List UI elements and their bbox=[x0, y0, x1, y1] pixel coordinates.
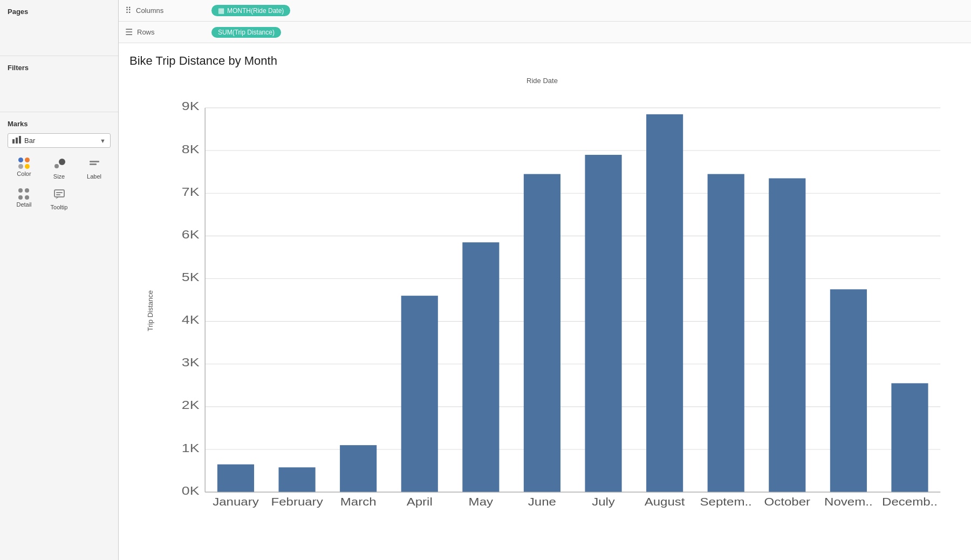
marks-type-dropdown[interactable]: Bar ▼ bbox=[8, 133, 111, 148]
marks-color-item[interactable]: Color bbox=[8, 155, 40, 182]
marks-detail-item[interactable]: Detail bbox=[8, 186, 40, 213]
svg-text:Septem..: Septem.. bbox=[700, 496, 752, 508]
columns-shelf: ⠿ Columns ▦ MONTH(Ride Date) bbox=[119, 0, 971, 22]
svg-rect-5 bbox=[90, 161, 99, 162]
marks-label-item[interactable]: Label bbox=[78, 155, 111, 182]
svg-text:August: August bbox=[645, 496, 686, 508]
svg-text:June: June bbox=[528, 496, 556, 508]
bar-chart-svg: 0K1K2K3K4K5K6K7K8K9KJanuaryFebruaryMarch… bbox=[162, 90, 955, 529]
columns-pill[interactable]: ▦ MONTH(Ride Date) bbox=[211, 5, 290, 16]
filters-section: Filters bbox=[0, 56, 118, 112]
marks-type-label: Bar bbox=[24, 136, 100, 145]
y-axis-title: Trip Distance bbox=[146, 290, 154, 331]
svg-text:October: October bbox=[764, 496, 811, 508]
svg-rect-0 bbox=[12, 139, 15, 144]
filters-body bbox=[8, 75, 111, 107]
chart-title: Bike Trip Distance by Month bbox=[129, 54, 955, 68]
svg-rect-41 bbox=[524, 174, 560, 493]
svg-point-3 bbox=[54, 164, 59, 168]
chart-container: Ride Date Trip Distance 0K1K2K3K4K5K6K7K… bbox=[129, 77, 955, 545]
svg-rect-51 bbox=[830, 289, 867, 492]
svg-rect-49 bbox=[769, 178, 805, 492]
marks-label: Marks bbox=[8, 120, 111, 128]
svg-rect-37 bbox=[401, 296, 438, 492]
svg-text:April: April bbox=[407, 496, 433, 508]
size-icon bbox=[53, 158, 65, 172]
svg-rect-53 bbox=[891, 383, 928, 492]
bar-chart-icon bbox=[12, 136, 21, 145]
marks-grid: Color Size bbox=[8, 155, 111, 213]
detail-icon bbox=[18, 188, 30, 200]
size-label: Size bbox=[53, 173, 65, 180]
columns-icon: ⠿ bbox=[125, 5, 132, 16]
marks-size-item[interactable]: Size bbox=[43, 155, 76, 182]
rows-shelf-label: ☰ Rows bbox=[125, 27, 211, 37]
pages-section: Pages bbox=[0, 0, 118, 56]
svg-rect-43 bbox=[585, 155, 621, 492]
svg-text:1K: 1K bbox=[182, 441, 200, 454]
svg-text:8K: 8K bbox=[182, 142, 200, 155]
rows-shelf: ☰ Rows SUM(Trip Distance) bbox=[119, 22, 971, 43]
columns-shelf-label: ⠿ Columns bbox=[125, 5, 211, 16]
svg-rect-9 bbox=[56, 192, 63, 193]
sidebar: Pages Filters Marks Bar ▼ bbox=[0, 0, 119, 560]
svg-rect-33 bbox=[278, 467, 315, 492]
label-icon bbox=[88, 158, 100, 172]
pages-body bbox=[8, 19, 111, 51]
pages-label: Pages bbox=[8, 8, 111, 16]
rows-pill[interactable]: SUM(Trip Distance) bbox=[211, 27, 281, 38]
columns-pill-icon: ▦ bbox=[218, 6, 224, 15]
marks-tooltip-item[interactable]: Tooltip bbox=[43, 186, 76, 213]
tooltip-label: Tooltip bbox=[51, 204, 68, 210]
marks-section: Marks Bar ▼ bbox=[0, 112, 118, 226]
detail-label: Detail bbox=[16, 201, 31, 208]
color-icon bbox=[18, 158, 30, 169]
dropdown-arrow-icon: ▼ bbox=[100, 138, 106, 144]
svg-rect-2 bbox=[19, 136, 21, 144]
svg-text:2K: 2K bbox=[182, 398, 200, 412]
svg-text:Decemb..: Decemb.. bbox=[882, 496, 938, 508]
x-axis-title: Ride Date bbox=[526, 77, 558, 85]
svg-text:4K: 4K bbox=[182, 313, 200, 326]
main-content: ⠿ Columns ▦ MONTH(Ride Date) ☰ Rows SUM(… bbox=[119, 0, 971, 560]
svg-text:Novem..: Novem.. bbox=[824, 496, 873, 508]
svg-rect-31 bbox=[217, 465, 254, 492]
filters-label: Filters bbox=[8, 64, 111, 72]
svg-rect-6 bbox=[90, 163, 97, 165]
chart-svg-wrapper: 0K1K2K3K4K5K6K7K8K9KJanuaryFebruaryMarch… bbox=[162, 90, 955, 529]
tooltip-icon bbox=[53, 188, 65, 203]
svg-rect-7 bbox=[54, 190, 64, 197]
svg-rect-39 bbox=[462, 242, 499, 492]
svg-rect-10 bbox=[56, 194, 60, 195]
svg-text:6K: 6K bbox=[182, 228, 200, 241]
svg-rect-47 bbox=[708, 174, 744, 493]
chart-area: Bike Trip Distance by Month Ride Date Tr… bbox=[119, 43, 971, 560]
svg-rect-1 bbox=[16, 138, 18, 144]
color-label: Color bbox=[17, 170, 31, 177]
svg-text:May: May bbox=[469, 496, 494, 508]
svg-text:9K: 9K bbox=[182, 99, 200, 113]
svg-text:0K: 0K bbox=[182, 484, 200, 497]
svg-text:March: March bbox=[340, 496, 377, 508]
rows-icon: ☰ bbox=[125, 27, 133, 37]
svg-rect-35 bbox=[340, 445, 377, 492]
svg-text:3K: 3K bbox=[182, 356, 200, 369]
svg-text:July: July bbox=[592, 496, 616, 508]
svg-rect-45 bbox=[646, 114, 683, 492]
svg-text:5K: 5K bbox=[182, 270, 200, 284]
svg-text:7K: 7K bbox=[182, 185, 200, 199]
svg-text:February: February bbox=[271, 496, 323, 508]
svg-point-4 bbox=[59, 159, 65, 165]
label-label: Label bbox=[87, 173, 101, 180]
svg-text:January: January bbox=[213, 496, 259, 508]
